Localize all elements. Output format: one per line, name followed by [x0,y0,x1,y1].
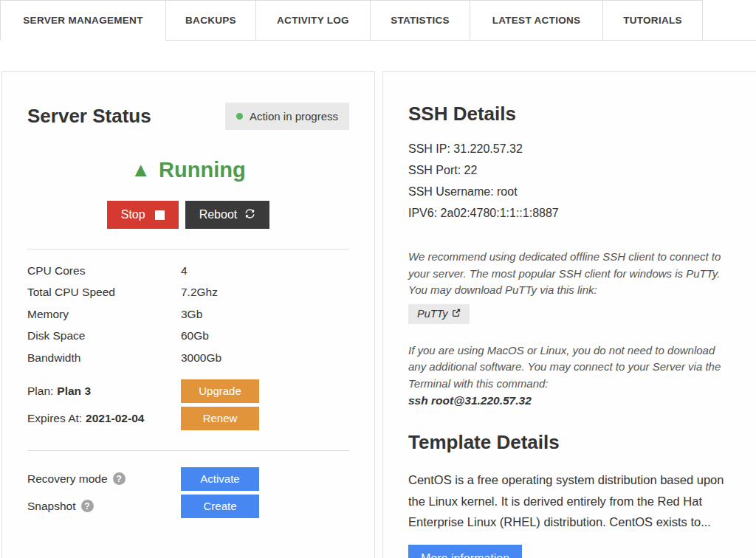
badge-label: Action in progress [250,110,338,123]
tabbar-filler [703,0,756,41]
spec-row-cpu-speed: Total CPU Speed 7.2Ghz [27,282,349,304]
tab-tutorials[interactable]: TUTORIALS [603,0,703,41]
tab-backups[interactable]: BACKUPS [166,0,256,41]
activate-button[interactable]: Activate [181,467,259,491]
tab-server-management[interactable]: SERVER MANAGEMENT [0,0,166,41]
plan-value: Plan 3 [57,385,91,398]
spec-label: Bandwidth [27,351,181,365]
reboot-button[interactable]: Reboot [185,201,270,229]
spec-value: 4 [181,264,188,278]
snapshot-row: Snapshot ? Create [27,495,349,518]
spec-row-cpu-cores: CPU Cores 4 [27,260,349,282]
status-dot-icon [236,113,243,120]
stop-button[interactable]: Stop [107,201,179,229]
server-status-title: Server Status [27,105,151,128]
snapshot-label-cell: Snapshot ? [27,500,181,513]
spec-label: Memory [27,308,181,321]
template-description: CentOS is a free operating system distri… [408,469,737,533]
ssh-ip-line: SSH IP: 31.220.57.32 [408,138,742,159]
action-in-progress-badge: Action in progress [225,103,349,130]
ipv6-line: IPV6: 2a02:4780:1:1::1:8887 [408,202,742,224]
external-link-icon [452,308,461,320]
spec-value: 7.2Ghz [181,286,218,299]
refresh-icon [244,208,255,222]
spec-label: CPU Cores [27,264,181,278]
plan-label: Plan: [27,385,53,398]
spec-row-memory: Memory 3Gb [27,303,349,326]
more-information-button[interactable]: More information [408,545,522,558]
spec-value: 3000Gb [181,351,221,365]
plan-label-cell: Plan: Plan 3 [27,385,181,398]
expires-label-cell: Expires At: 2021-02-04 [27,412,181,425]
ssh-username-line: SSH Username: root [408,181,742,202]
snapshot-label: Snapshot [27,500,76,513]
running-triangle-icon: ▲ [131,160,151,180]
spec-label: Disk Space [27,329,181,342]
putty-link-label: PuTTy [417,308,448,320]
recovery-label-cell: Recovery mode ? [27,472,181,486]
tab-bar: SERVER MANAGEMENT BACKUPS ACTIVITY LOG S… [0,0,756,41]
ssh-info-list: SSH IP: 31.220.57.32 SSH Port: 22 SSH Us… [408,138,742,224]
recovery-mode-label: Recovery mode [27,472,108,486]
putty-link-button[interactable]: PuTTy [408,304,470,324]
renew-button[interactable]: Renew [181,407,259,430]
putty-note: We recommend using dedicated offline SSH… [408,249,733,299]
ssh-details-panel: SSH Details SSH IP: 31.220.57.32 SSH Por… [382,71,756,558]
server-state-label: Running [159,158,246,182]
plan-row: Plan: Plan 3 Upgrade [27,379,349,403]
upgrade-button[interactable]: Upgrade [181,379,259,403]
recovery-mode-row: Recovery mode ? Activate [27,467,349,491]
server-status-header: Server Status Action in progress [27,103,349,130]
help-icon[interactable]: ? [113,472,126,485]
template-details-title: Template Details [408,431,742,454]
stop-square-icon [155,210,165,220]
divider-top [27,249,349,249]
spec-row-disk-space: Disk Space 60Gb [27,326,349,348]
reboot-button-label: Reboot [199,208,238,221]
expires-row: Expires At: 2021-02-04 Renew [27,407,349,430]
divider-bottom [27,450,349,451]
stop-button-label: Stop [121,208,145,221]
ssh-port-line: SSH Port: 22 [408,159,742,181]
create-button[interactable]: Create [181,495,259,518]
server-status-panel: Server Status Action in progress ▲ Runni… [1,71,375,558]
spec-value: 3Gb [181,308,202,321]
tab-statistics[interactable]: STATISTICS [371,0,470,41]
tab-latest-actions[interactable]: LATEST ACTIONS [470,0,603,41]
spec-value: 60Gb [181,329,209,342]
help-icon[interactable]: ? [81,500,94,512]
ssh-details-title: SSH Details [408,103,742,125]
expires-label: Expires At: [27,412,82,425]
server-state: ▲ Running [27,158,349,182]
power-buttons: Stop Reboot [27,201,349,229]
terminal-note: If you are using MacOS or Linux, you do … [408,342,733,393]
spec-row-bandwidth: Bandwidth 3000Gb [27,347,349,369]
expires-value: 2021-02-04 [86,412,144,425]
ssh-command: ssh root@31.220.57.32 [408,394,742,407]
spec-label: Total CPU Speed [27,286,181,299]
spec-list: CPU Cores 4 Total CPU Speed 7.2Ghz Memor… [27,260,349,369]
tab-activity-log[interactable]: ACTIVITY LOG [256,0,371,41]
